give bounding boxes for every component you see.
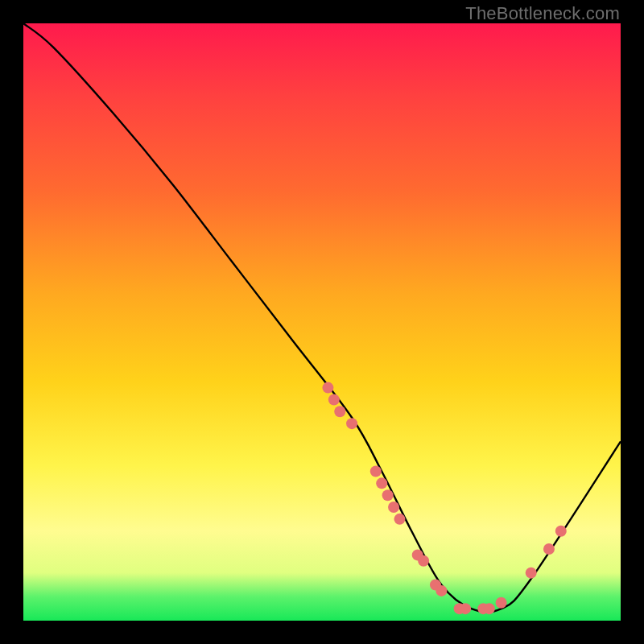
sample-point	[555, 526, 567, 537]
sample-point	[322, 382, 333, 394]
sample-point	[370, 466, 382, 477]
attribution-text: TheBottleneck.com	[465, 3, 620, 24]
chart-frame	[23, 23, 621, 621]
sample-point	[376, 477, 387, 489]
sample-point	[436, 585, 447, 597]
sample-point	[543, 543, 555, 555]
chart-svg	[23, 23, 621, 621]
bottleneck-curve	[23, 23, 621, 612]
sample-point	[328, 394, 340, 405]
sample-point	[496, 597, 507, 609]
sample-point	[460, 603, 471, 614]
sample-point	[418, 555, 429, 567]
sample-point	[388, 502, 399, 513]
sample-point	[346, 418, 357, 429]
sample-point	[526, 568, 537, 579]
sample-point	[394, 514, 405, 525]
sample-point	[484, 603, 495, 614]
sample-point	[334, 406, 345, 417]
sample-point	[382, 489, 394, 501]
